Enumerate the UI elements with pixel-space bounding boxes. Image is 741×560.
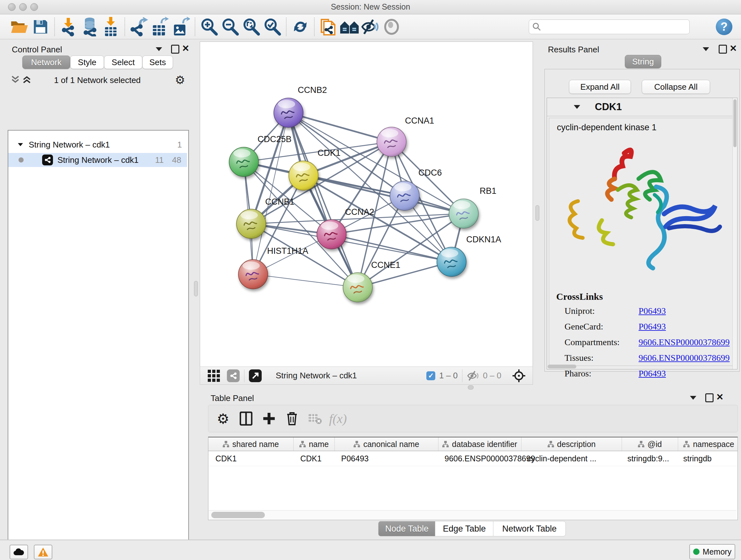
search-input[interactable]: [541, 22, 680, 32]
tab-edge-table[interactable]: Edge Table: [435, 521, 494, 537]
zoom-in-icon: [200, 17, 218, 36]
left-splitter-handle[interactable]: [194, 281, 198, 296]
network-collection-row[interactable]: String Network – cdk1 1: [8, 138, 187, 152]
import-network-database-button[interactable]: [79, 16, 100, 37]
section-expander-icon[interactable]: [574, 105, 580, 109]
tab-network-table[interactable]: Network Table: [493, 521, 566, 537]
birds-eye-crosshair-icon[interactable]: [512, 369, 526, 382]
cloud-status-button[interactable]: [10, 545, 28, 559]
network-row[interactable]: String Network – cdk1 11 48: [8, 153, 187, 167]
scrollbar-thumb[interactable]: [211, 512, 265, 518]
control-panel-close-icon[interactable]: ✕: [182, 44, 189, 53]
detach-view-button[interactable]: [249, 369, 262, 382]
plus-icon: [263, 412, 275, 425]
show-graphics-details-button[interactable]: [381, 16, 402, 37]
crosslink-link[interactable]: P06493: [638, 368, 666, 379]
network-node[interactable]: [437, 247, 466, 276]
network-node[interactable]: [390, 181, 419, 210]
network-node[interactable]: [239, 260, 268, 289]
table-horizontal-scrollbar[interactable]: [209, 510, 737, 519]
network-node[interactable]: [237, 209, 266, 239]
column-header[interactable]: namespace: [678, 437, 738, 451]
crosslink-link[interactable]: P06493: [638, 306, 666, 316]
create-column-button[interactable]: [258, 407, 280, 430]
network-edge[interactable]: [253, 274, 358, 287]
network-options-gear-icon[interactable]: ⚙: [175, 73, 185, 87]
column-header[interactable]: shared name: [208, 437, 293, 451]
warnings-button[interactable]: [34, 545, 52, 559]
tree-expander-icon[interactable]: [18, 143, 23, 146]
zoom-selected-button[interactable]: [262, 16, 283, 37]
crosslink-link[interactable]: 9606.ENSP00000378699: [638, 337, 730, 348]
network-node[interactable]: [274, 98, 303, 127]
network-node[interactable]: [343, 273, 373, 302]
expand-all-icon[interactable]: [22, 75, 32, 84]
export-table-button[interactable]: [149, 16, 171, 37]
table-panel-close-icon[interactable]: ✕: [716, 393, 724, 401]
table-row[interactable]: CDK1CDK1P064939606.ENSP00000378699cyclin…: [208, 451, 738, 466]
network-canvas[interactable]: CCNB2CCNA1CDC25BCDK1CDC6RB1CCNB1CCNA2CDK…: [200, 42, 533, 367]
results-panel-menu-icon[interactable]: [703, 47, 709, 51]
results-panel-close-icon[interactable]: ✕: [730, 44, 737, 53]
collapse-all-icon[interactable]: [11, 75, 20, 84]
column-header[interactable]: database identifier: [439, 437, 522, 451]
column-header[interactable]: name: [293, 437, 335, 451]
memory-button[interactable]: Memory: [689, 544, 735, 559]
crosslink-link[interactable]: 9606.ENSP00000378699: [638, 353, 730, 363]
results-vertical-scrollbar[interactable]: [732, 98, 737, 369]
collapse-all-button[interactable]: Collapse All: [642, 80, 710, 94]
save-session-button[interactable]: [30, 16, 51, 37]
help-button[interactable]: ?: [714, 16, 735, 37]
node-section-header[interactable]: CDK1: [547, 98, 737, 116]
export-network-button[interactable]: [128, 16, 149, 37]
selected-checkbox-icon[interactable]: ✓: [426, 371, 435, 380]
zoom-in-button[interactable]: [199, 16, 219, 37]
network-edge[interactable]: [332, 234, 452, 262]
network-node[interactable]: [229, 147, 259, 177]
horizontal-splitter-handle[interactable]: [468, 385, 474, 389]
import-network-file-button[interactable]: [58, 16, 79, 37]
tab-network[interactable]: Network: [22, 56, 70, 69]
network-share-view-icon[interactable]: [227, 369, 240, 382]
table-panel-float-icon[interactable]: [705, 393, 714, 402]
delete-table-button[interactable]: [304, 407, 327, 430]
expand-all-button[interactable]: Expand All: [569, 80, 631, 94]
attribute-tree-icon: [442, 441, 449, 447]
crosslink-row: Uniprot:P06493: [564, 306, 731, 316]
zoom-out-button[interactable]: [219, 16, 241, 37]
network-node[interactable]: [377, 127, 406, 157]
network-edge[interactable]: [288, 113, 358, 287]
column-header[interactable]: canonical name: [335, 437, 439, 451]
delete-columns-button[interactable]: [280, 407, 304, 430]
string-home-button[interactable]: [339, 16, 360, 37]
tab-node-table[interactable]: Node Table: [378, 521, 435, 537]
network-edge[interactable]: [332, 142, 392, 234]
table-options-gear-icon[interactable]: ⚙: [212, 407, 234, 430]
table-panel-menu-icon[interactable]: [690, 396, 696, 400]
apply-layout-button[interactable]: [290, 16, 311, 37]
show-columns-button[interactable]: [234, 407, 258, 430]
open-session-button[interactable]: [9, 16, 30, 37]
enhanced-graphics-hide-button[interactable]: [360, 16, 381, 37]
network-node[interactable]: [449, 199, 478, 228]
control-panel-menu-icon[interactable]: [156, 47, 162, 51]
results-horizontal-scrollbar[interactable]: [548, 365, 576, 368]
tab-string[interactable]: String: [625, 55, 661, 68]
zoom-fit-button[interactable]: [241, 16, 262, 37]
column-header[interactable]: description: [522, 437, 622, 451]
tab-style[interactable]: Style: [70, 56, 104, 69]
network-node[interactable]: [289, 161, 318, 190]
control-panel-float-icon[interactable]: [171, 45, 179, 54]
string-import-button[interactable]: [318, 16, 339, 37]
import-table-file-button[interactable]: [100, 16, 121, 37]
tab-select[interactable]: Select: [104, 56, 142, 69]
column-header[interactable]: @id: [622, 437, 678, 451]
crosslink-link[interactable]: P06493: [638, 321, 666, 332]
grid-view-icon[interactable]: [208, 370, 220, 382]
results-panel-float-icon[interactable]: [719, 45, 727, 54]
network-node[interactable]: [317, 220, 346, 249]
tab-sets[interactable]: Sets: [142, 56, 173, 69]
export-image-button[interactable]: [171, 16, 192, 37]
function-builder-button[interactable]: f(x): [327, 407, 349, 430]
scrollbar-thumb[interactable]: [733, 99, 737, 147]
